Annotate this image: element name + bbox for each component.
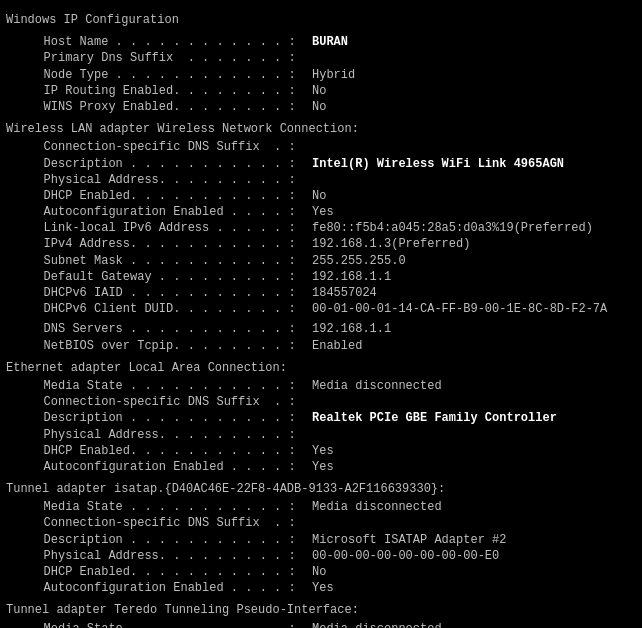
entry-label: IP Routing Enabled. . . . . . . . : <box>22 83 312 99</box>
entry-row: Autoconfiguration Enabled . . . . : Yes <box>6 459 636 475</box>
entry-label: Autoconfiguration Enabled . . . . : <box>22 459 312 475</box>
entry-label: Description . . . . . . . . . . . : <box>22 156 312 172</box>
entry-row: NetBIOS over Tcpip. . . . . . . . : Enab… <box>6 338 636 354</box>
entry-label: DHCP Enabled. . . . . . . . . . . : <box>22 564 312 580</box>
entry-value: 00-00-00-00-00-00-00-00-E0 <box>312 548 499 564</box>
entry-value: 192.168.1.3(Preferred) <box>312 236 470 252</box>
entry-row: DHCP Enabled. . . . . . . . . . . : No <box>6 564 636 580</box>
entry-label: DHCP Enabled. . . . . . . . . . . : <box>22 188 312 204</box>
entry-label: IPv4 Address. . . . . . . . . . . : <box>22 236 312 252</box>
entry-row: IP Routing Enabled. . . . . . . . : No <box>6 83 636 99</box>
entry-value: BURAN <box>312 34 348 50</box>
entry-label: DNS Servers . . . . . . . . . . . : <box>22 321 312 337</box>
entry-label: Media State . . . . . . . . . . . : <box>22 621 312 628</box>
entry-row: Autoconfiguration Enabled . . . . : Yes <box>6 580 636 596</box>
entry-label: DHCP Enabled. . . . . . . . . . . : <box>22 443 312 459</box>
entry-value: 192.168.1.1 <box>312 269 391 285</box>
entry-row: Media State . . . . . . . . . . . : Medi… <box>6 378 636 394</box>
entry-label: Physical Address. . . . . . . . . : <box>22 427 312 443</box>
entry-label: Connection-specific DNS Suffix . : <box>22 394 312 410</box>
entry-value: No <box>312 188 326 204</box>
entry-row: Host Name . . . . . . . . . . . . : BURA… <box>6 34 636 50</box>
entry-row: Description . . . . . . . . . . . : Micr… <box>6 532 636 548</box>
entry-row: Default Gateway . . . . . . . . . : 192.… <box>6 269 636 285</box>
terminal-output: Windows IP Configuration Host Name . . .… <box>6 12 636 628</box>
entry-row: DHCP Enabled. . . . . . . . . . . : Yes <box>6 443 636 459</box>
entry-label: Subnet Mask . . . . . . . . . . . : <box>22 253 312 269</box>
entry-label: DHCPv6 IAID . . . . . . . . . . . : <box>22 285 312 301</box>
entry-value: Intel(R) Wireless WiFi Link 4965AGN <box>312 156 564 172</box>
entry-row: Connection-specific DNS Suffix . : <box>6 139 636 155</box>
entry-row: DHCP Enabled. . . . . . . . . . . : No <box>6 188 636 204</box>
entry-label: Primary Dns Suffix . . . . . . . : <box>22 50 312 66</box>
entry-label: Physical Address. . . . . . . . . : <box>22 548 312 564</box>
entry-value: Yes <box>312 443 334 459</box>
entry-row: Physical Address. . . . . . . . . : <box>6 427 636 443</box>
entry-label: WINS Proxy Enabled. . . . . . . . : <box>22 99 312 115</box>
entry-label: Autoconfiguration Enabled . . . . : <box>22 204 312 220</box>
entry-label: Description . . . . . . . . . . . : <box>22 410 312 426</box>
entry-row: Autoconfiguration Enabled . . . . : Yes <box>6 204 636 220</box>
entry-value: Hybrid <box>312 67 355 83</box>
entry-label: Host Name . . . . . . . . . . . . : <box>22 34 312 50</box>
section-header-windows-ip: Windows IP Configuration <box>6 12 636 28</box>
entry-row: Link-local IPv6 Address . . . . . : fe80… <box>6 220 636 236</box>
entry-label: Link-local IPv6 Address . . . . . : <box>22 220 312 236</box>
section-header-tunnel-teredo: Tunnel adapter Teredo Tunneling Pseudo-I… <box>6 602 636 618</box>
entry-row: IPv4 Address. . . . . . . . . . . : 192.… <box>6 236 636 252</box>
entry-value: Media disconnected <box>312 621 442 628</box>
entry-row: Media State . . . . . . . . . . . : Medi… <box>6 499 636 515</box>
entry-label: Media State . . . . . . . . . . . : <box>22 499 312 515</box>
entry-row: Description . . . . . . . . . . . : Inte… <box>6 156 636 172</box>
entry-value: Yes <box>312 459 334 475</box>
section-header-tunnel-isatap: Tunnel adapter isatap.{D40AC46E-22F8-4AD… <box>6 481 636 497</box>
entry-label: Description . . . . . . . . . . . : <box>22 532 312 548</box>
entry-label: Connection-specific DNS Suffix . : <box>22 139 312 155</box>
entry-label: Autoconfiguration Enabled . . . . : <box>22 580 312 596</box>
entry-value: 00-01-00-01-14-CA-FF-B9-00-1E-8C-8D-F2-7… <box>312 301 607 317</box>
entry-value: No <box>312 83 326 99</box>
entry-value: 184557024 <box>312 285 377 301</box>
entry-value: Realtek PCIe GBE Family Controller <box>312 410 557 426</box>
entry-value: Yes <box>312 580 334 596</box>
entry-row: Physical Address. . . . . . . . . : <box>6 172 636 188</box>
entry-row: DHCPv6 Client DUID. . . . . . . . : 00-0… <box>6 301 636 317</box>
entry-row: Connection-specific DNS Suffix . : <box>6 515 636 531</box>
entry-value: Enabled <box>312 338 362 354</box>
entry-row: Media State . . . . . . . . . . . : Medi… <box>6 621 636 628</box>
entry-label: Connection-specific DNS Suffix . : <box>22 515 312 531</box>
entry-row: DHCPv6 IAID . . . . . . . . . . . : 1845… <box>6 285 636 301</box>
entry-value: 192.168.1.1 <box>312 321 391 337</box>
entry-row: Physical Address. . . . . . . . . : 00-0… <box>6 548 636 564</box>
entry-row: Description . . . . . . . . . . . : Real… <box>6 410 636 426</box>
entry-label: Default Gateway . . . . . . . . . : <box>22 269 312 285</box>
entry-value: Media disconnected <box>312 499 442 515</box>
entry-label: Node Type . . . . . . . . . . . . : <box>22 67 312 83</box>
entry-value: fe80::f5b4:a045:28a5:d0a3%19(Preferred) <box>312 220 593 236</box>
entry-label: Physical Address. . . . . . . . . : <box>22 172 312 188</box>
entry-value: Media disconnected <box>312 378 442 394</box>
entry-value: Microsoft ISATAP Adapter #2 <box>312 532 506 548</box>
entry-row: Node Type . . . . . . . . . . . . : Hybr… <box>6 67 636 83</box>
entry-value: Yes <box>312 204 334 220</box>
entry-row: Subnet Mask . . . . . . . . . . . : 255.… <box>6 253 636 269</box>
section-header-wireless-lan: Wireless LAN adapter Wireless Network Co… <box>6 121 636 137</box>
entry-value: No <box>312 564 326 580</box>
section-header-ethernet-local: Ethernet adapter Local Area Connection: <box>6 360 636 376</box>
entry-label: Media State . . . . . . . . . . . : <box>22 378 312 394</box>
entry-row: Connection-specific DNS Suffix . : <box>6 394 636 410</box>
entry-row: WINS Proxy Enabled. . . . . . . . : No <box>6 99 636 115</box>
entry-label: NetBIOS over Tcpip. . . . . . . . : <box>22 338 312 354</box>
entry-row: DNS Servers . . . . . . . . . . . : 192.… <box>6 321 636 337</box>
entry-value: 255.255.255.0 <box>312 253 406 269</box>
entry-value: No <box>312 99 326 115</box>
entry-label: DHCPv6 Client DUID. . . . . . . . : <box>22 301 312 317</box>
entry-row: Primary Dns Suffix . . . . . . . : <box>6 50 636 66</box>
